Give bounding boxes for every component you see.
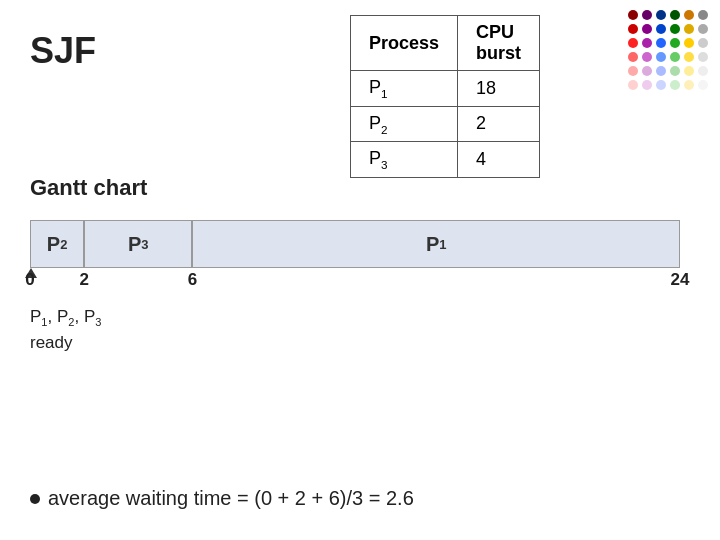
gantt-segment-p2: P2	[30, 220, 84, 268]
burst-cell: 2	[458, 106, 540, 142]
tick-2: 2	[79, 270, 88, 290]
dot-28	[684, 66, 694, 76]
dot-7	[642, 24, 652, 34]
burst-cell: 4	[458, 142, 540, 178]
bullet-icon	[30, 494, 40, 504]
gantt-container: P2 P3 P1 0 2 6 24	[30, 220, 680, 295]
dot-16	[684, 38, 694, 48]
dot-26	[656, 66, 666, 76]
process-table: Process CPUburst P118P22P34	[350, 15, 540, 178]
gantt-segment-p1: P1	[192, 220, 680, 268]
dot-15	[670, 38, 680, 48]
dot-24	[628, 66, 638, 76]
tick-24: 24	[671, 270, 690, 290]
dot-21	[670, 52, 680, 62]
dot-19	[642, 52, 652, 62]
dot-1	[642, 10, 652, 20]
dot-35	[698, 80, 708, 90]
dot-11	[698, 24, 708, 34]
burst-cell: 18	[458, 71, 540, 107]
process-cell: P2	[351, 106, 458, 142]
dot-29	[698, 66, 708, 76]
process-cell: P1	[351, 71, 458, 107]
table-row: P118	[351, 71, 540, 107]
col-cpu-burst: CPUburst	[458, 16, 540, 71]
dot-14	[656, 38, 666, 48]
dot-8	[656, 24, 666, 34]
dot-31	[642, 80, 652, 90]
dot-20	[656, 52, 666, 62]
gantt-chart-label: Gantt chart	[30, 175, 147, 201]
dot-6	[628, 24, 638, 34]
dot-18	[628, 52, 638, 62]
dot-10	[684, 24, 694, 34]
col-process: Process	[351, 16, 458, 71]
dot-12	[628, 38, 638, 48]
dot-9	[670, 24, 680, 34]
dot-13	[642, 38, 652, 48]
table-area: Process CPUburst P118P22P34	[350, 15, 540, 178]
dot-23	[698, 52, 708, 62]
dot-0	[628, 10, 638, 20]
avg-waiting-text: average waiting time = (0 + 2 + 6)/3 = 2…	[48, 487, 414, 510]
dot-2	[656, 10, 666, 20]
main-container: SJF Process CPUburst P118P22P34 Gantt ch…	[0, 0, 720, 540]
dots-decoration	[628, 10, 710, 92]
avg-waiting-row: average waiting time = (0 + 2 + 6)/3 = 2…	[30, 487, 414, 510]
gantt-segment-p3: P3	[84, 220, 192, 268]
table-row: P34	[351, 142, 540, 178]
tick-0: 0	[25, 270, 34, 290]
gantt-ticks: 0 2 6 24	[30, 270, 680, 295]
process-cell: P3	[351, 142, 458, 178]
dot-32	[656, 80, 666, 90]
dot-3	[670, 10, 680, 20]
table-row: P22	[351, 106, 540, 142]
dot-22	[684, 52, 694, 62]
dot-30	[628, 80, 638, 90]
tick-6: 6	[188, 270, 197, 290]
gantt-bar-row: P2 P3 P1	[30, 220, 680, 268]
dot-25	[642, 66, 652, 76]
dot-5	[698, 10, 708, 20]
dot-17	[698, 38, 708, 48]
dot-4	[684, 10, 694, 20]
dot-34	[684, 80, 694, 90]
dot-27	[670, 66, 680, 76]
ready-label: P1, P2, P3ready	[30, 305, 101, 355]
dot-33	[670, 80, 680, 90]
